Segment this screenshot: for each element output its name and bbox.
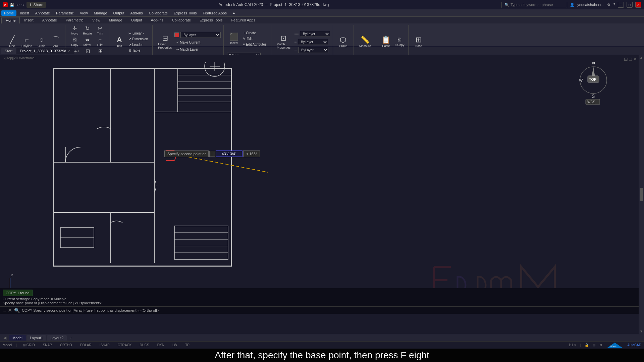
status-polar[interactable]: POLAR — [78, 343, 94, 347]
status-ducs[interactable]: DUCS — [138, 343, 151, 347]
tab-view[interactable]: View — [88, 17, 105, 23]
status-grid[interactable]: ⊞ GRID — [21, 343, 37, 347]
annotation-text[interactable]: A Text — [113, 36, 126, 48]
menu-dot[interactable]: ● — [230, 10, 238, 16]
tab-insert[interactable]: Insert — [20, 17, 38, 23]
tab-manage[interactable]: Manage — [105, 17, 127, 23]
menu-output[interactable]: Output — [111, 10, 127, 16]
tab-annotate[interactable]: Annotate — [38, 17, 61, 23]
modify-mirror[interactable]: ⇔ Mirror — [82, 36, 94, 48]
annotation-dimension[interactable]: ⤢ Dimension — [127, 37, 150, 42]
status-isnap[interactable]: ISNAP — [98, 343, 112, 347]
annotation-table[interactable]: ⊞ Table — [127, 48, 150, 53]
help-icon[interactable]: ? — [613, 3, 615, 7]
block-insert-btn[interactable]: ⬛ Insert — [227, 33, 240, 45]
quick-access-undo[interactable]: ↩ — [16, 3, 19, 7]
menu-collaborate[interactable]: Collaborate — [146, 10, 170, 16]
annotation-linear[interactable]: ⊢ Linear ▾ — [127, 31, 150, 36]
block-editattrib-btn[interactable]: ≡ Edit Attributes — [241, 42, 268, 47]
block-edit-btn[interactable]: ✎ Edit — [241, 36, 268, 41]
tab-expresstools[interactable]: Express Tools — [195, 17, 227, 23]
menu-featuredapps[interactable]: Featured Apps — [200, 10, 229, 16]
viewport-maximize[interactable]: □ — [629, 56, 632, 62]
scroll-up[interactable]: ▲ — [640, 56, 643, 59]
paste-btn[interactable]: 📋 Paste — [379, 36, 393, 48]
modify-move[interactable]: ✛ Move — [69, 25, 81, 36]
layer-color-swatch[interactable] — [174, 33, 179, 37]
modify-fillet[interactable]: ⌐ Fillet — [94, 36, 106, 48]
draw-line[interactable]: ╱ Line — [5, 36, 19, 48]
draw-polyline[interactable]: ⌐ Polyline — [19, 36, 34, 48]
modify-trim[interactable]: ✂ Trim — [94, 25, 106, 36]
make-current-btn[interactable]: ✓ Make Current — [174, 40, 202, 45]
group-btn[interactable]: ⬡ Group — [336, 36, 350, 48]
doc-tab-close[interactable]: ✕ — [68, 49, 71, 53]
doc-tab-add[interactable]: + — [75, 48, 82, 54]
quick-access-redo[interactable]: ↪ — [21, 3, 24, 7]
scroll-down[interactable]: ▼ — [640, 329, 643, 333]
command-magnifier[interactable]: 🔍 — [14, 308, 20, 313]
menu-annotate[interactable]: Annotate — [33, 10, 53, 16]
annotation-leader[interactable]: ↗ Leader — [127, 42, 150, 47]
match-layer-btn[interactable]: ⇒ Match Layer — [174, 47, 200, 52]
doc-tab-project[interactable]: Project_1_30813_0137329d ✕ — [16, 48, 74, 54]
modify-copy[interactable]: ⎘ Copy — [69, 36, 81, 48]
prop-select-1[interactable]: ByLayer — [300, 31, 330, 37]
doc-tab-start[interactable]: Start — [1, 48, 16, 54]
viewport-restore[interactable]: ⊟ — [624, 56, 628, 62]
layer-properties-btn[interactable]: ⊟ LayerProperties — [156, 34, 174, 50]
tab-addins[interactable]: Add-ins — [147, 17, 168, 23]
minimize-button[interactable]: ─ — [618, 2, 624, 8]
modify-rotate[interactable]: ↻ Rotate — [82, 25, 94, 36]
menu-view[interactable]: View — [77, 10, 91, 16]
search-input[interactable] — [511, 3, 564, 7]
settings-icon[interactable]: ⚙ — [607, 3, 610, 7]
layout-tab-layout2[interactable]: Layout2 — [47, 335, 67, 341]
copy-8-btn[interactable]: ⎘ 8 Copy — [393, 36, 406, 48]
viewport-close[interactable]: ✕ — [633, 56, 637, 62]
menu-home[interactable]: Home — [1, 10, 16, 16]
menu-expresstools[interactable]: Express Tools — [171, 10, 199, 16]
tab-home[interactable]: Home — [1, 17, 20, 23]
block-create-btn[interactable]: + Create — [241, 31, 268, 36]
layout-tab-model[interactable]: Model — [9, 335, 26, 341]
status-ortho[interactable]: ORTHO — [58, 343, 74, 347]
draw-arc[interactable]: ⌒ Arc — [49, 36, 62, 48]
tab-featuredapps[interactable]: Featured Apps — [227, 17, 260, 23]
status-snap[interactable]: SNAP — [41, 343, 54, 347]
status-lw[interactable]: LW — [170, 343, 179, 347]
menu-parametric[interactable]: Parametric — [53, 10, 76, 16]
status-zoom[interactable]: ⊞ — [593, 343, 595, 347]
status-model[interactable]: Model — [3, 343, 12, 347]
tab-parametric[interactable]: Parametric — [61, 17, 88, 23]
close-button[interactable]: ✕ — [635, 2, 641, 8]
annotation-scale[interactable]: 1:1 ▾ — [569, 343, 576, 347]
menu-addins[interactable]: Add-ins — [128, 10, 146, 16]
scroll-thumb[interactable] — [640, 188, 643, 201]
status-otrack[interactable]: OTRACK — [116, 343, 134, 347]
menu-insert[interactable]: Insert — [17, 10, 32, 16]
layout-left-arrow[interactable]: ◀ — [1, 336, 8, 340]
linear-dropdown[interactable]: ▾ — [143, 32, 144, 35]
status-dyn[interactable]: DYN — [155, 343, 166, 347]
match-properties-btn[interactable]: ⊡ MatchProperties — [275, 34, 292, 50]
tab-collaborate[interactable]: Collaborate — [168, 17, 195, 23]
share-button[interactable]: ⬆ Share — [26, 2, 46, 8]
tab-output[interactable]: Output — [127, 17, 147, 23]
canvas-area[interactable]: [-][Top][2D Wireframe] — [0, 55, 639, 334]
status-settings[interactable]: ⚙ — [599, 343, 602, 347]
menu-manage[interactable]: Manage — [91, 10, 110, 16]
lock-icon[interactable]: 🔒 — [585, 343, 589, 347]
right-scrollbar[interactable]: ▲ ▼ — [639, 55, 644, 334]
base-btn[interactable]: ⊞ Base — [412, 36, 425, 48]
layer-select-main[interactable]: ByLayer — [180, 32, 221, 38]
layout-tab-layout1[interactable]: Layout1 — [26, 335, 46, 341]
command-close[interactable]: ✕ — [8, 307, 12, 313]
measure-btn[interactable]: 📏 Measure — [357, 36, 373, 48]
draw-circle[interactable]: ○ Circle — [35, 36, 48, 48]
prop-select-3[interactable]: ByLayer — [298, 47, 328, 53]
quick-access-save[interactable]: 💾 — [10, 3, 14, 7]
layout-tab-add[interactable]: + — [67, 335, 74, 341]
prop-select-2[interactable]: ByLayer — [298, 39, 328, 45]
maximize-button[interactable]: □ — [627, 2, 633, 8]
